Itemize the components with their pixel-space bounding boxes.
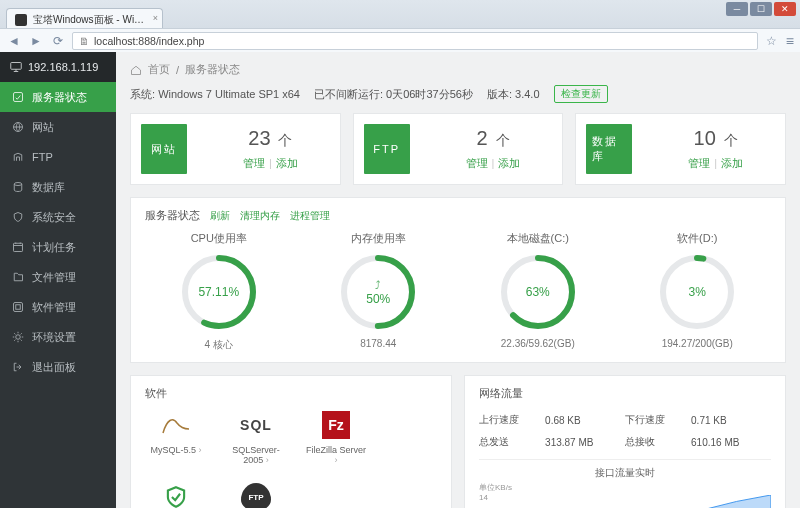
software-label: SQLServer-2005 › — [225, 445, 287, 465]
net-chart-title: 接口流量实时 — [479, 466, 771, 480]
network-title: 网络流量 — [479, 386, 771, 401]
files-icon — [12, 271, 24, 283]
window-maximize-button[interactable]: ☐ — [750, 2, 772, 16]
main-content: 首页 / 服务器状态 系统: Windows 7 Ultimate SP1 x6… — [116, 52, 800, 508]
down-speed-value: 0.71 KB — [691, 409, 771, 431]
breadcrumb: 首页 / 服务器状态 — [130, 62, 786, 77]
host-display: 192.168.1.119 — [0, 52, 116, 82]
summary-card-0: 网站23 个管理|添加 — [130, 113, 341, 185]
network-panel: 网络流量 上行速度 0.68 KB 下行速度 0.71 KB 总发送 313.8… — [464, 375, 786, 508]
sidebar: 192.168.1.119 服务器状态网站FTP数据库系统安全计划任务文件管理软… — [0, 52, 116, 508]
gauge-2: 本地磁盘(C:)63%22.36/59.62(GB) — [464, 231, 612, 352]
summary-card-2: 数据库10 个管理|添加 — [575, 113, 786, 185]
uptime-label: 已不间断运行: — [314, 88, 383, 100]
url-text: localhost:888/index.php — [94, 35, 204, 47]
refresh-link[interactable]: 刷新 — [210, 209, 230, 223]
total-sent-value: 313.87 MB — [545, 431, 625, 453]
add-link[interactable]: 添加 — [721, 157, 743, 169]
gauge-3: 软件(D:)3%194.27/200(GB) — [624, 231, 772, 352]
ftp-cloud-icon: FTP — [241, 483, 271, 508]
os-value: Windows 7 Ultimate SP1 x64 — [158, 88, 300, 100]
summary-card-1: FTP2 个管理|添加 — [353, 113, 564, 185]
window-minimize-button[interactable]: ─ — [726, 2, 748, 16]
software-label: MySQL-5.5 › — [145, 445, 207, 455]
server-status-panel: 服务器状态 刷新 清理内存 进程管理 CPU使用率57.11%4 核心内存使用率… — [130, 197, 786, 363]
software-item-mysql[interactable]: MySQL-5.5 › — [145, 411, 207, 465]
manage-link[interactable]: 管理 — [688, 157, 710, 169]
bookmark-icon[interactable]: ☆ — [764, 33, 780, 49]
add-link[interactable]: 添加 — [276, 157, 298, 169]
address-bar[interactable]: 🗎 localhost:888/index.php — [72, 32, 758, 50]
sidebar-item-env[interactable]: 环境设置 — [0, 322, 116, 352]
gauge-title: CPU使用率 — [145, 231, 293, 246]
host-ip: 192.168.1.119 — [28, 61, 98, 73]
card-badge: 网站 — [141, 124, 187, 174]
db-icon — [12, 181, 24, 193]
nav-forward-button[interactable]: ► — [28, 33, 44, 49]
shield-icon — [159, 483, 193, 508]
sidebar-item-safe[interactable]: 系统安全 — [0, 202, 116, 232]
card-badge: 数据库 — [586, 124, 632, 174]
sidebar-item-label: 计划任务 — [32, 240, 76, 255]
svg-rect-1 — [14, 93, 23, 102]
home-icon[interactable] — [130, 64, 142, 76]
favicon-icon — [15, 14, 27, 26]
manage-link[interactable]: 管理 — [243, 157, 265, 169]
card-unit: 个 — [720, 132, 738, 148]
nav-reload-button[interactable]: ⟳ — [50, 33, 66, 49]
sidebar-item-exit[interactable]: 退出面板 — [0, 352, 116, 382]
sql-icon: SQL — [239, 411, 273, 439]
total-recv-value: 610.16 MB — [691, 431, 771, 453]
crumb-current: 服务器状态 — [185, 62, 240, 77]
add-link[interactable]: 添加 — [498, 157, 520, 169]
sidebar-item-db[interactable]: 数据库 — [0, 172, 116, 202]
chevron-right-icon: › — [266, 455, 269, 465]
crumb-home[interactable]: 首页 — [148, 62, 170, 77]
gauge-pct: 3% — [689, 285, 706, 299]
up-speed-label: 上行速度 — [479, 409, 545, 431]
svg-rect-4 — [14, 243, 23, 251]
sidebar-item-files[interactable]: 文件管理 — [0, 262, 116, 292]
crumb-sep: / — [176, 64, 179, 76]
card-unit: 个 — [275, 132, 293, 148]
card-count: 10 — [694, 127, 716, 149]
window-close-button[interactable]: ✕ — [774, 2, 796, 16]
nav-back-button[interactable]: ◄ — [6, 33, 22, 49]
gauge-title: 软件(D:) — [624, 231, 772, 246]
up-speed-value: 0.68 KB — [545, 409, 625, 431]
sidebar-item-label: 系统安全 — [32, 210, 76, 225]
card-unit: 个 — [492, 132, 510, 148]
tab-close-icon[interactable]: × — [153, 13, 158, 23]
software-item-sql[interactable]: SQLSQLServer-2005 › — [225, 411, 287, 465]
sidebar-item-status[interactable]: 服务器状态 — [0, 82, 116, 112]
gauge-pct: 50% — [366, 292, 390, 306]
sidebar-item-cron[interactable]: 计划任务 — [0, 232, 116, 262]
check-update-button[interactable]: 检查更新 — [554, 85, 608, 103]
down-speed-label: 下行速度 — [625, 409, 691, 431]
clear-mem-link[interactable]: 清理内存 — [240, 209, 280, 223]
sidebar-item-label: 服务器状态 — [32, 90, 87, 105]
browser-tab[interactable]: 宝塔Windows面板 - Wi… × — [6, 8, 163, 28]
software-panel: 软件 MySQL-5.5 ›SQLSQLServer-2005 ›FzFileZ… — [130, 375, 452, 508]
process-link[interactable]: 进程管理 — [290, 209, 330, 223]
panel-title: 服务器状态 — [145, 208, 200, 223]
software-item-guard[interactable]: 申请内测资格 › — [145, 483, 207, 508]
page-icon: 🗎 — [79, 35, 90, 47]
sidebar-item-label: 环境设置 — [32, 330, 76, 345]
gauge-pct: 57.11% — [198, 285, 239, 299]
software-item-filezilla[interactable]: FzFileZilla Server › — [305, 411, 367, 465]
browser-menu-button[interactable]: ≡ — [786, 33, 794, 49]
svg-point-7 — [16, 335, 21, 340]
sidebar-item-site[interactable]: 网站 — [0, 112, 116, 142]
sidebar-item-label: FTP — [32, 151, 53, 163]
net-chart: 14 12 10 — [479, 495, 771, 508]
gauge-pct: 63% — [526, 285, 550, 299]
soft-icon — [12, 301, 24, 313]
site-icon — [12, 121, 24, 133]
card-count: 2 — [477, 127, 488, 149]
sidebar-item-ftp[interactable]: FTP — [0, 142, 116, 172]
sidebar-item-soft[interactable]: 软件管理 — [0, 292, 116, 322]
manage-link[interactable]: 管理 — [466, 157, 488, 169]
mysql-icon — [159, 411, 193, 439]
software-item-ftpsvc[interactable]: FTPFTP服务 › — [225, 483, 287, 508]
